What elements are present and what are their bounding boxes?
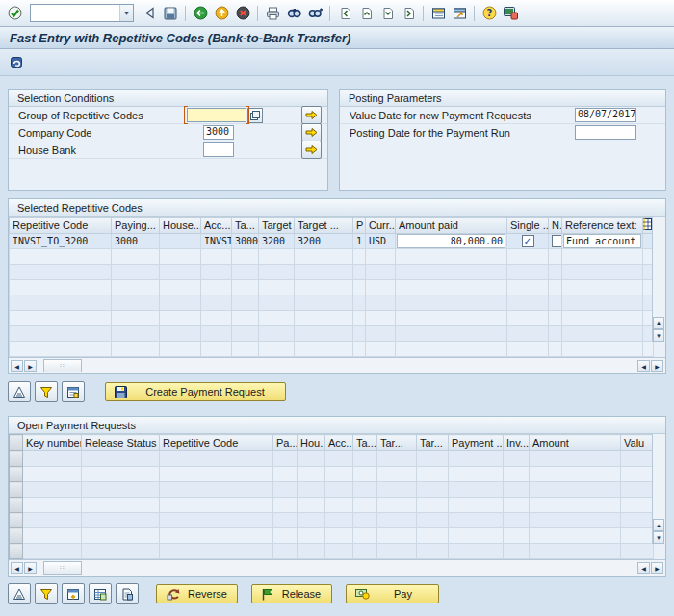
- next-page-button[interactable]: [377, 4, 397, 23]
- single-checkbox[interactable]: [522, 235, 534, 247]
- enter-button[interactable]: [5, 4, 24, 23]
- column-header[interactable]: Curr...: [366, 218, 396, 234]
- column-header[interactable]: Single ...: [507, 218, 549, 234]
- sort-ascending-button[interactable]: [8, 583, 31, 604]
- row-selector[interactable]: [10, 513, 23, 528]
- search-help-button[interactable]: [247, 108, 263, 123]
- row-selector[interactable]: [10, 451, 23, 467]
- scroll-right-icon[interactable]: ▶: [651, 562, 663, 574]
- details-button[interactable]: [89, 583, 112, 604]
- scroll-right-icon[interactable]: ▶: [24, 360, 37, 372]
- customize-layout-button[interactable]: [501, 4, 520, 23]
- column-header[interactable]: Target ...: [295, 218, 353, 234]
- cell-repetitive-code[interactable]: INVST_TO_3200: [10, 234, 112, 249]
- column-header[interactable]: Repetitive Code: [160, 435, 273, 451]
- column-header[interactable]: Pa...: [273, 435, 298, 451]
- cell-house[interactable]: [160, 234, 201, 249]
- cell-target-1[interactable]: 3200: [259, 234, 295, 249]
- find-button[interactable]: [284, 4, 303, 23]
- create-shortcut-button[interactable]: [450, 4, 469, 23]
- chevron-down-icon[interactable]: ▼: [119, 5, 133, 21]
- scrollbar-thumb[interactable]: ∷: [43, 561, 82, 575]
- filter-button[interactable]: [35, 381, 58, 402]
- previous-page-button[interactable]: [356, 4, 376, 23]
- column-header[interactable]: Acc...: [325, 435, 353, 451]
- scroll-up-icon[interactable]: ▲: [653, 317, 664, 329]
- scroll-down-icon[interactable]: ▼: [653, 531, 664, 544]
- scroll-left-icon[interactable]: ◀: [11, 562, 23, 574]
- help-button[interactable]: ?: [480, 4, 499, 23]
- column-header[interactable]: Hou...: [298, 435, 325, 451]
- scroll-down-icon[interactable]: ▼: [653, 329, 664, 342]
- column-header[interactable]: Key number: [23, 435, 82, 451]
- select-all-cell[interactable]: [10, 435, 23, 451]
- filter-button[interactable]: [35, 583, 58, 604]
- pay-button[interactable]: Pay: [346, 584, 439, 603]
- cell-p[interactable]: 1: [353, 234, 366, 249]
- value-date-input[interactable]: 08/07/2017: [575, 108, 636, 122]
- row-selector[interactable]: [10, 544, 23, 559]
- row-selector[interactable]: [10, 467, 23, 482]
- scroll-left-icon[interactable]: ◀: [637, 562, 650, 574]
- multiple-selection-button[interactable]: [301, 123, 322, 141]
- scroll-right-icon[interactable]: ▶: [651, 360, 663, 372]
- new-session-button[interactable]: [428, 4, 448, 23]
- column-header[interactable]: Payment ...: [449, 435, 504, 451]
- vertical-scrollbar[interactable]: ▲ ▼: [652, 217, 665, 342]
- house-bank-input[interactable]: [203, 142, 234, 157]
- first-page-button[interactable]: [335, 4, 354, 23]
- multiple-selection-button[interactable]: [301, 106, 322, 124]
- cell-paying[interactable]: 3000: [112, 234, 160, 249]
- column-header[interactable]: Ta...: [232, 218, 259, 234]
- column-header[interactable]: N..: [549, 218, 562, 234]
- back-globe-button[interactable]: [191, 4, 210, 23]
- column-header[interactable]: Tar...: [417, 435, 449, 451]
- amount-paid-input[interactable]: 80,000.00: [397, 234, 506, 248]
- company-code-input[interactable]: 3000: [203, 125, 234, 140]
- table-settings-icon[interactable]: [643, 218, 653, 230]
- find-next-button[interactable]: [305, 4, 324, 23]
- column-header[interactable]: Tar...: [377, 435, 417, 451]
- horizontal-scrollbar[interactable]: ◀ ▶ ∷ ◀ ▶: [9, 357, 665, 373]
- column-header[interactable]: Reference text:: [562, 218, 643, 234]
- create-payment-request-button[interactable]: Create Payment Request: [105, 382, 286, 401]
- scroll-up-icon[interactable]: ▲: [653, 519, 664, 531]
- reverse-button[interactable]: Reverse: [156, 584, 238, 603]
- column-header[interactable]: Valu: [621, 435, 654, 451]
- horizontal-scrollbar[interactable]: ◀ ▶ ∷ ◀ ▶: [9, 559, 665, 576]
- back-button[interactable]: [140, 4, 159, 23]
- n-checkbox[interactable]: [552, 235, 562, 247]
- cell-target-2[interactable]: 3200: [295, 234, 353, 249]
- last-page-button[interactable]: [399, 4, 418, 23]
- scroll-left-icon[interactable]: ◀: [11, 360, 23, 372]
- print-button[interactable]: [263, 4, 282, 23]
- release-button[interactable]: Release: [251, 584, 332, 603]
- command-field[interactable]: ▼: [30, 4, 134, 22]
- row-selector[interactable]: [10, 498, 23, 513]
- vertical-scrollbar[interactable]: ▲ ▼: [652, 434, 665, 544]
- column-header[interactable]: Amount paid: [396, 218, 507, 234]
- cancel-globe-button[interactable]: [233, 4, 252, 23]
- reference-text-input[interactable]: Fund account: [563, 234, 641, 248]
- scroll-right-icon[interactable]: ▶: [24, 562, 37, 574]
- refresh-list-button[interactable]: [62, 583, 85, 604]
- multiple-selection-button[interactable]: [301, 141, 322, 159]
- column-header[interactable]: House...: [160, 218, 201, 234]
- exit-globe-button[interactable]: [212, 4, 231, 23]
- sort-ascending-button[interactable]: [8, 381, 31, 402]
- column-header[interactable]: Inv...: [504, 435, 530, 451]
- column-header[interactable]: Release Status: [82, 435, 160, 451]
- column-header[interactable]: Paying...: [112, 218, 160, 234]
- column-header[interactable]: Repetitive Code: [10, 218, 112, 234]
- refresh-button[interactable]: [7, 53, 26, 72]
- save-button[interactable]: [161, 4, 180, 23]
- column-header[interactable]: Ta...: [353, 435, 377, 451]
- column-header[interactable]: Amount: [530, 435, 621, 451]
- column-header[interactable]: Target ...: [259, 218, 295, 234]
- group-of-repetitive-codes-input[interactable]: [187, 108, 246, 122]
- column-header[interactable]: P: [353, 218, 366, 234]
- row-selector[interactable]: [10, 482, 23, 498]
- display-document-button[interactable]: [116, 583, 139, 604]
- scroll-left-icon[interactable]: ◀: [637, 360, 650, 372]
- posting-date-input[interactable]: [575, 125, 636, 140]
